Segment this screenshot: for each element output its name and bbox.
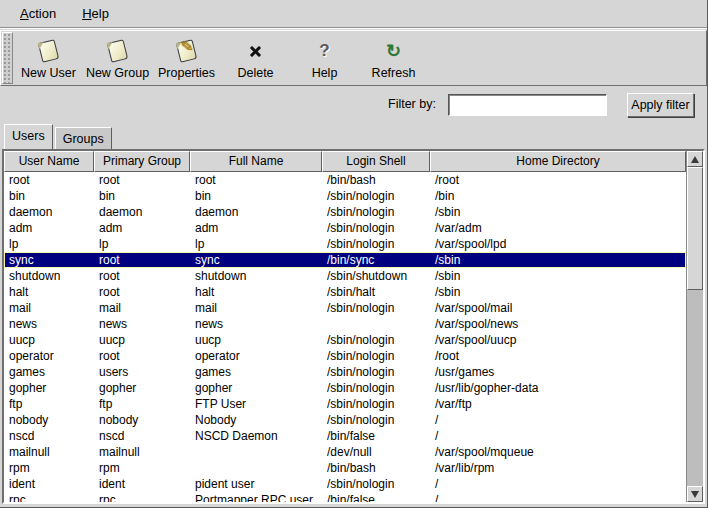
table-cell: /sbin/nologin [322,348,430,364]
table-row[interactable]: syncrootsync/bin/sync/sbin [4,252,686,268]
table-cell: mailnull [94,444,190,460]
delete-button[interactable]: Delete [221,31,290,85]
table-row[interactable]: newsnewsnews/var/spool/news [4,316,686,332]
table-row[interactable]: ftpftpFTP User/sbin/nologin/var/ftp [4,396,686,412]
properties-note-pencil-icon: ✎ [178,38,195,64]
table-row[interactable]: haltroothalt/sbin/halt/sbin [4,284,686,300]
table-cell [322,316,430,332]
table-row[interactable]: rootrootroot/bin/bash/root [4,172,686,188]
help-label: Help [312,66,338,80]
table-row[interactable]: gamesusersgames/sbin/nologin/usr/games [4,364,686,380]
table-cell: / [430,476,686,492]
table-cell: halt [4,284,94,300]
table-cell: ftp [94,396,190,412]
table-cell: lp [4,236,94,252]
table-row[interactable]: lplplp/sbin/nologin/var/spool/lpd [4,236,686,252]
table-cell: shutdown [190,268,322,284]
toolbar-drag-handle[interactable] [2,32,13,84]
scrollbar-track[interactable] [687,167,703,486]
table-cell: /bin/false [322,428,430,444]
table-cell: news [190,316,322,332]
table-cell: lp [94,236,190,252]
toolbar: New User New Group ✎ Properties Delete ?… [0,30,707,86]
table-row[interactable]: rpcrpcPortmapper RPC user/bin/false/ [4,492,686,502]
table-row[interactable]: binbinbin/sbin/nologin/bin [4,188,686,204]
table-cell: /root [430,172,686,188]
header-login-shell[interactable]: Login Shell [322,151,430,172]
table-cell: daemon [4,204,94,220]
header-full-name[interactable]: Full Name [190,151,322,172]
table-cell [190,460,322,476]
tab-groups[interactable]: Groups [55,127,112,149]
table-cell: /sbin [430,284,686,300]
new-user-button[interactable]: New User [14,31,83,85]
apply-filter-button[interactable]: Apply filter [627,93,694,117]
table-row[interactable]: mailmailmail/sbin/nologin/var/spool/mail [4,300,686,316]
refresh-button[interactable]: ↻ Refresh [359,31,428,85]
new-group-note-icon [109,38,126,64]
table-cell: /usr/games [430,364,686,380]
table-cell: /var/ftp [430,396,686,412]
help-button[interactable]: ? Help [290,31,359,85]
header-primary-group[interactable]: Primary Group [94,151,190,172]
table-row[interactable]: mailnullmailnull/dev/null/var/spool/mque… [4,444,686,460]
table-cell: /dev/null [322,444,430,460]
scroll-up-button[interactable] [687,151,703,167]
table-cell: /sbin/shutdown [322,268,430,284]
table-cell: uucp [4,332,94,348]
menu-bar: Action Help [0,0,707,28]
table-cell: daemon [94,204,190,220]
table-row[interactable]: gophergophergopher/sbin/nologin/usr/lib/… [4,380,686,396]
table-cell: gopher [4,380,94,396]
table-row[interactable]: uucpuucpuucp/sbin/nologin/var/spool/uucp [4,332,686,348]
table-cell: bin [94,188,190,204]
table-cell: nscd [94,428,190,444]
properties-button[interactable]: ✎ Properties [152,31,221,85]
table-row[interactable]: identidentpident user/sbin/nologin/ [4,476,686,492]
table-cell: news [94,316,190,332]
table-cell: /sbin/nologin [322,204,430,220]
table-row[interactable]: nobodynobodyNobody/sbin/nologin/ [4,412,686,428]
table-cell: halt [190,284,322,300]
vertical-scrollbar[interactable] [686,151,703,502]
table-cell: /sbin/nologin [322,364,430,380]
table-cell: /sbin [430,268,686,284]
table-cell: bin [4,188,94,204]
table-cell [190,444,322,460]
table-cell: operator [190,348,322,364]
scrollbar-thumb[interactable] [687,167,703,290]
table-cell: news [4,316,94,332]
scroll-down-button[interactable] [687,486,703,502]
table-cell: mailnull [4,444,94,460]
filter-input[interactable] [448,94,607,116]
table-cell: FTP User [190,396,322,412]
tab-users[interactable]: Users [4,124,53,149]
arrow-up-icon [691,156,699,163]
table-row[interactable]: admadmadm/sbin/nologin/var/adm [4,220,686,236]
header-user-name[interactable]: User Name [4,151,94,172]
table-cell: rpm [94,460,190,476]
notebook-tabs: Users Groups [4,124,112,149]
table-cell: root [94,348,190,364]
table-row[interactable]: nscdnscdNSCD Daemon/bin/false/ [4,428,686,444]
menu-help[interactable]: Help [72,2,119,25]
table-cell: /sbin/nologin [322,412,430,428]
table-row[interactable]: rpmrpm/bin/bash/var/lib/rpm [4,460,686,476]
table-row[interactable]: daemondaemondaemon/sbin/nologin/sbin [4,204,686,220]
table-cell: nscd [4,428,94,444]
new-user-label: New User [21,66,76,80]
table-cell: Nobody [190,412,322,428]
table-cell: operator [4,348,94,364]
table-cell: /var/spool/lpd [430,236,686,252]
new-group-button[interactable]: New Group [83,31,152,85]
table-cell: /sbin/nologin [322,396,430,412]
refresh-arrows-icon: ↻ [386,38,401,64]
table-row[interactable]: operatorrootoperator/sbin/nologin/root [4,348,686,364]
table-row[interactable]: shutdownrootshutdown/sbin/shutdown/sbin [4,268,686,284]
table-cell: /var/spool/mail [430,300,686,316]
header-home-directory[interactable]: Home Directory [430,151,686,172]
table-cell: /sbin/halt [322,284,430,300]
table-cell: /usr/lib/gopher-data [430,380,686,396]
table-cell: rpm [4,460,94,476]
menu-action[interactable]: Action [10,2,66,25]
